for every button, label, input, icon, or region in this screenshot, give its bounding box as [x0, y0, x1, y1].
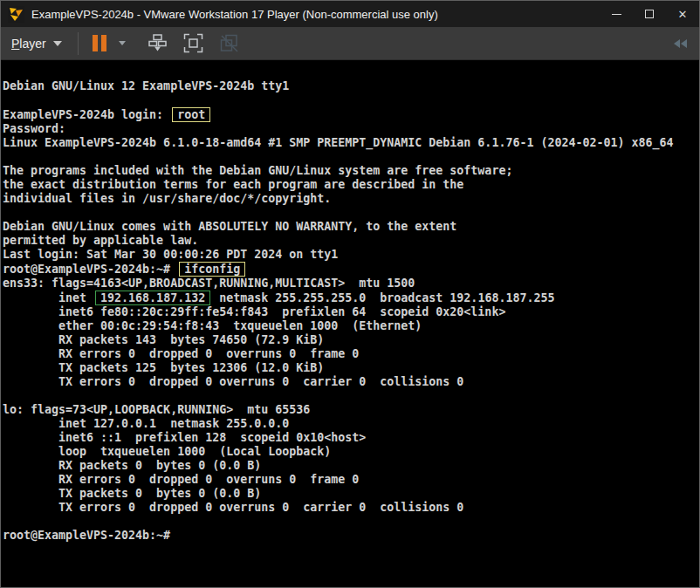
terminal-text: root@ExampleVPS-2024b:~# [3, 529, 170, 542]
terminal-text: inet 127.0.0.1 netmask 255.0.0.0 [3, 417, 289, 430]
minimize-icon [612, 14, 621, 15]
terminal-line: inet6 fe80::20c:29ff:fe54:f843 prefixlen… [3, 305, 699, 319]
terminal-text: inet [3, 291, 93, 304]
minimize-button[interactable] [600, 1, 633, 27]
terminal-text: RX packets 0 bytes 0 (0.0 B) [3, 459, 261, 472]
terminal-text: TX packets 125 bytes 12306 (12.0 KiB) [3, 361, 324, 374]
terminal-line: TX packets 0 bytes 0 (0.0 B) [3, 487, 699, 501]
close-button[interactable]: ✕ [666, 1, 699, 27]
fullscreen-button[interactable] [180, 31, 207, 57]
suspend-dropdown-button[interactable] [108, 31, 129, 57]
login-user-annotation: root [172, 107, 210, 122]
terminal-line: ExampleVPS-2024b login: root [3, 107, 699, 122]
terminal-line: lo: flags=73<UP,LOOPBACK,RUNNING> mtu 65… [3, 403, 699, 417]
terminal-text: Password: [3, 122, 65, 135]
title-bar: ExampleVPS-2024b - VMware Workstation 17… [1, 1, 699, 27]
terminal-text: TX packets 0 bytes 0 (0.0 B) [3, 487, 261, 500]
window-title: ExampleVPS-2024b - VMware Workstation 17… [31, 8, 600, 21]
terminal-text: inet6 fe80::20c:29ff:fe54:f843 prefixlen… [3, 305, 505, 318]
chevron-down-icon [119, 41, 126, 45]
terminal-text: ExampleVPS-2024b login: [3, 108, 170, 121]
terminal-line [3, 389, 699, 403]
terminal-line: Debian GNU/Linux 12 ExampleVPS-2024b tty… [3, 79, 699, 93]
terminal-text: the exact distribution terms for each pr… [3, 178, 463, 191]
toolbar-separator [78, 32, 79, 55]
terminal-line: RX errors 0 dropped 0 overruns 0 frame 0 [3, 347, 699, 361]
unity-mode-button [216, 31, 243, 57]
terminal-line: Linux ExampleVPS-2024b 6.1.0-18-amd64 #1… [3, 136, 699, 150]
vmware-logo-icon [8, 6, 24, 23]
player-menu-label: P [11, 37, 19, 51]
terminal-line: TX packets 125 bytes 12306 (12.0 KiB) [3, 361, 699, 375]
terminal-line: the exact distribution terms for each pr… [3, 178, 699, 192]
terminal-text: Last login: Sat Mar 30 00:00:26 PDT 2024… [3, 248, 338, 261]
terminal-text: RX errors 0 dropped 0 overruns 0 frame 0 [3, 347, 359, 360]
terminal-line: loop txqueuelen 1000 (Local Loopback) [3, 445, 699, 459]
terminal-text: Debian GNU/Linux 12 ExampleVPS-2024b tty… [3, 79, 289, 92]
terminal-line: root@ExampleVPS-2024b:~# ifconfig [3, 262, 699, 277]
vm-console-screen[interactable]: Debian GNU/Linux 12 ExampleVPS-2024b tty… [1, 60, 699, 587]
terminal-line [3, 150, 699, 164]
terminal-text: TX errors 0 dropped 0 overruns 0 carrier… [3, 501, 463, 514]
chevrons-left-icon [674, 39, 680, 48]
terminal-line: inet6 ::1 prefixlen 128 scopeid 0x10<hos… [3, 431, 699, 445]
unity-mode-disabled-icon [219, 33, 239, 53]
terminal-line: RX packets 143 bytes 74650 (72.9 KiB) [3, 333, 699, 347]
terminal-text: The programs included with the Debian GN… [3, 164, 512, 177]
terminal-line [3, 93, 699, 107]
suspend-button[interactable] [93, 31, 106, 57]
send-ctrl-alt-del-button[interactable] [144, 31, 171, 57]
terminal-line: inet 192.168.187.132 netmask 255.255.255… [3, 291, 699, 305]
terminal-line: Password: [3, 122, 699, 136]
terminal-text: loop txqueuelen 1000 (Local Loopback) [3, 445, 331, 458]
maximize-icon [645, 10, 654, 18]
terminal-text: individual files in /usr/share/doc/*/cop… [3, 192, 331, 205]
chevron-down-icon [53, 41, 62, 46]
terminal-line: TX errors 0 dropped 0 overruns 0 carrier… [3, 501, 699, 515]
terminal-line: Debian GNU/Linux comes with ABSOLUTELY N… [3, 220, 699, 234]
terminal-text: ether 00:0c:29:54:f8:43 txqueuelen 1000 … [3, 319, 422, 332]
terminal-text: TX errors 0 dropped 0 overruns 0 carrier… [3, 375, 463, 388]
terminal-line: ens33: flags=4163<UP,BROADCAST,RUNNING,M… [3, 277, 699, 291]
terminal-line: The programs included with the Debian GN… [3, 164, 699, 178]
terminal-text: netmask 255.255.255.0 broadcast 192.168.… [212, 291, 554, 304]
terminal-line: RX errors 0 dropped 0 overruns 0 frame 0 [3, 473, 699, 487]
command-annotation: ifconfig [179, 262, 245, 277]
chevrons-left-icon [681, 39, 687, 48]
terminal-line: RX packets 0 bytes 0 (0.0 B) [3, 459, 699, 473]
terminal-line: individual files in /usr/share/doc/*/cop… [3, 192, 699, 206]
terminal-text: RX packets 143 bytes 74650 (72.9 KiB) [3, 333, 324, 346]
terminal-text: ens33: flags=4163<UP,BROADCAST,RUNNING,M… [3, 277, 415, 290]
terminal-text: lo: flags=73<UP,LOOPBACK,RUNNING> mtu 65… [3, 403, 310, 416]
terminal-line: TX errors 0 dropped 0 overruns 0 carrier… [3, 375, 699, 389]
terminal-text: Linux ExampleVPS-2024b 6.1.0-18-amd64 #1… [3, 136, 674, 149]
collapse-toolbar-button[interactable] [674, 39, 687, 48]
terminal-line: root@ExampleVPS-2024b:~# [3, 529, 699, 543]
ip-address-annotation: 192.168.187.132 [95, 291, 210, 305]
terminal-text: root@ExampleVPS-2024b:~# [3, 263, 177, 276]
terminal-text: permitted by applicable law. [3, 234, 198, 247]
fullscreen-icon [183, 33, 203, 53]
player-menu[interactable]: Player [1, 27, 71, 59]
terminal-line: Last login: Sat Mar 30 00:00:26 PDT 2024… [3, 248, 699, 262]
pause-icon [93, 35, 106, 51]
vmware-player-window: ExampleVPS-2024b - VMware Workstation 17… [0, 0, 700, 588]
terminal-line: permitted by applicable law. [3, 234, 699, 248]
terminal-line: ether 00:0c:29:54:f8:43 txqueuelen 1000 … [3, 319, 699, 333]
close-icon: ✕ [678, 8, 688, 21]
terminal-text: RX errors 0 dropped 0 overruns 0 frame 0 [3, 473, 359, 486]
toolbar: Player [1, 27, 699, 60]
ctrl-alt-del-icon [148, 33, 168, 53]
terminal-text: Debian GNU/Linux comes with ABSOLUTELY N… [3, 220, 456, 233]
maximize-button[interactable] [633, 1, 666, 27]
terminal-text: inet6 ::1 prefixlen 128 scopeid 0x10<hos… [3, 431, 366, 444]
terminal-line: inet 127.0.0.1 netmask 255.0.0.0 [3, 417, 699, 431]
terminal-line [3, 515, 699, 529]
terminal-line [3, 206, 699, 220]
